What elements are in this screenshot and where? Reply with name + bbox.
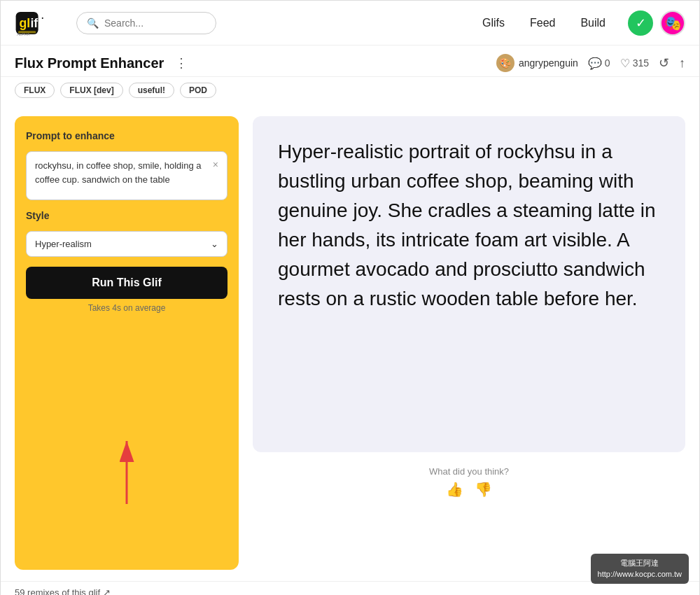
svg-text:if: if xyxy=(30,16,38,30)
heart-icon: ♡ xyxy=(620,57,630,70)
arrow-annotation xyxy=(106,427,148,514)
author-name: angrypenguin xyxy=(519,57,578,69)
prompt-input-box[interactable]: rockyhsu, in coffee shop, smile, holding… xyxy=(26,151,227,200)
menu-dots-button[interactable]: ⋮ xyxy=(175,55,188,71)
left-panel: Prompt to enhance rockyhsu, in coffee sh… xyxy=(15,116,239,570)
tag-pod[interactable]: POD xyxy=(180,83,216,98)
right-panel: Hyper-realistic portrait of rockyhsu in … xyxy=(253,116,685,570)
comments-count: 0 xyxy=(605,57,610,69)
svg-text:•: • xyxy=(41,15,43,21)
svg-text:ALPHA: ALPHA xyxy=(17,31,30,36)
output-card: Hyper-realistic portrait of rockyhsu in … xyxy=(253,116,685,452)
author-info: 🎨 angrypenguin xyxy=(496,54,578,72)
footer: 59 remixes of this glif ↗ xyxy=(1,581,699,595)
header-actions: ✓ 🎭 xyxy=(628,10,685,36)
thumbs-up-button[interactable]: 👍 xyxy=(446,481,463,498)
comment-icon: 💬 xyxy=(588,57,602,70)
page-title: Flux Prompt Enhancer xyxy=(15,55,164,71)
likes-count: 315 xyxy=(633,57,649,69)
main-nav: Glifs Feed Build xyxy=(482,17,606,29)
refresh-button[interactable]: ↺ xyxy=(659,55,669,71)
search-input[interactable] xyxy=(104,18,202,29)
feedback-row: What did you think? 👍 👎 xyxy=(253,461,685,503)
nav-glifs[interactable]: Glifs xyxy=(482,17,505,29)
user-avatar[interactable]: 🎭 xyxy=(660,10,685,36)
feedback-question: What did you think? xyxy=(429,466,509,477)
run-button[interactable]: Run This Glif xyxy=(26,267,227,299)
tags-row: FLUX FLUX [dev] useful! POD xyxy=(1,77,699,105)
logo[interactable]: gl if ALPHA • xyxy=(15,8,65,38)
search-icon: 🔍 xyxy=(87,18,99,29)
remixes-text: 59 remixes of this glif xyxy=(15,587,100,595)
status-check-button[interactable]: ✓ xyxy=(628,10,653,36)
author-avatar: 🎨 xyxy=(496,54,514,72)
clear-button[interactable]: × xyxy=(213,159,218,170)
feedback-icons: 👍 👎 xyxy=(446,481,492,498)
tag-flux-dev[interactable]: FLUX [dev] xyxy=(60,83,122,98)
style-label: Style xyxy=(26,210,227,221)
style-value: Hyper-realism xyxy=(35,239,92,249)
output-text: Hyper-realistic portrait of rockyhsu in … xyxy=(278,137,660,314)
app-header: gl if ALPHA • 🔍 Glifs Feed Build ✓ 🎭 xyxy=(1,1,699,46)
nav-feed[interactable]: Feed xyxy=(530,17,555,29)
tag-useful[interactable]: useful! xyxy=(129,83,174,98)
likes-stat: ♡ 315 xyxy=(620,57,649,70)
svg-text:gl: gl xyxy=(19,16,30,30)
share-button[interactable]: ↑ xyxy=(679,56,685,71)
prompt-text: rockyhsu, in coffee shop, smile, holding… xyxy=(35,159,207,186)
search-bar[interactable]: 🔍 xyxy=(76,12,216,34)
chevron-down-icon: ⌄ xyxy=(211,239,218,249)
thumbs-down-button[interactable]: 👎 xyxy=(475,481,492,498)
nav-build[interactable]: Build xyxy=(580,17,606,29)
style-dropdown[interactable]: Hyper-realism ⌄ xyxy=(26,231,227,257)
main-content: Prompt to enhance rockyhsu, in coffee sh… xyxy=(1,105,699,581)
comments-stat: 💬 0 xyxy=(588,57,610,70)
sub-header-right: 🎨 angrypenguin 💬 0 ♡ 315 ↺ ↑ xyxy=(496,54,685,72)
sub-header: Flux Prompt Enhancer ⋮ 🎨 angrypenguin 💬 … xyxy=(1,46,699,77)
prompt-label: Prompt to enhance xyxy=(26,130,227,141)
remixes-link-icon[interactable]: ↗ xyxy=(103,587,111,595)
run-hint: Takes 4s on average xyxy=(26,303,227,313)
tag-flux[interactable]: FLUX xyxy=(15,83,55,98)
